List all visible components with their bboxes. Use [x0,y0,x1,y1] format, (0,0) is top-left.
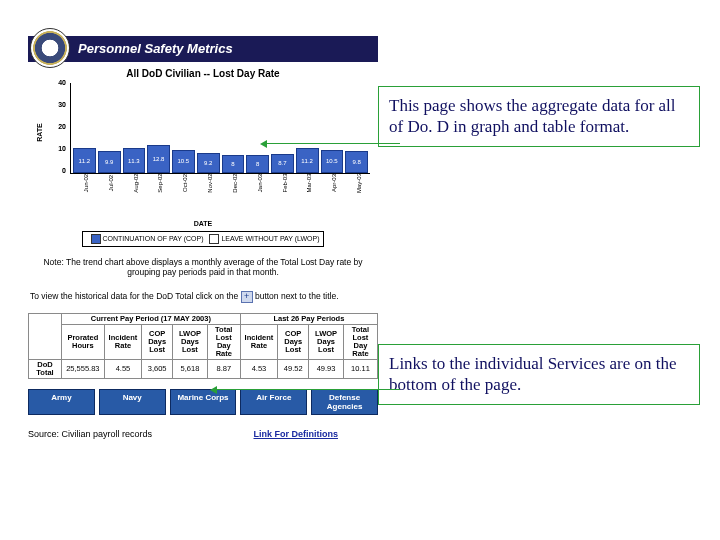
service-link[interactable]: Army [28,389,95,415]
panel-header: Personnel Safety Metrics [28,36,378,62]
legend-swatch-cop [91,234,101,244]
x-axis-ticks: Jun-02Jul-02Aug-02Sep-02Oct-02Nov-02Dec-… [70,175,370,181]
bar: 10.5 [321,150,344,173]
bar: 8.7 [271,154,294,173]
bar: 11.2 [296,148,319,173]
service-links-row: ArmyNavyMarine CorpsAir ForceDefense Age… [28,389,378,415]
chart-plot-area: 11.29.911.312.810.59.2888.711.210.59.8 [70,83,370,174]
report-panel: Personnel Safety Metrics All DoD Civilia… [28,36,378,439]
arrow-icon [216,389,400,390]
definitions-link[interactable]: Link For Definitions [254,429,339,439]
bar-chart: RATE 010203040 11.29.911.312.810.59.2888… [38,83,374,198]
bar: 8 [222,155,245,173]
plus-icon[interactable]: + [241,291,253,303]
source-row: Source: Civilian payroll records Link Fo… [28,429,378,439]
dod-seal-icon [30,28,70,68]
bar: 9.8 [345,151,368,173]
source-text: Source: Civilian payroll records [28,429,152,439]
bar: 9.9 [98,151,121,173]
chart-title: All DoD Civilian -- Lost Day Rate [28,68,378,79]
expand-instruction: To view the historical data for the DoD … [30,291,376,303]
y-axis-ticks: 010203040 [50,83,68,173]
panel-title: Personnel Safety Metrics [78,41,233,56]
table-span-last26: Last 26 Pay Periods [240,314,377,325]
chart-legend: CONTINUATION OF PAY (COP) LEAVE WITHOUT … [82,231,325,247]
service-link[interactable]: Marine Corps [170,389,237,415]
bar: 11.3 [123,148,146,173]
annotation-top: This page shows the aggregate data for a… [378,86,700,147]
bar: 8 [246,155,269,173]
y-axis-label: RATE [36,123,43,142]
service-link[interactable]: Defense Agencies [311,389,378,415]
table-row-label: DoD Total [29,359,62,378]
bar: 11.2 [73,148,96,173]
chart-note: Note: The trend chart above displays a m… [34,257,372,277]
bar: 9.2 [197,153,220,173]
bar: 10.5 [172,150,195,173]
annotation-bottom: Links to the individual Services are on … [378,344,700,405]
service-link[interactable]: Air Force [240,389,307,415]
metrics-table: Current Pay Period (17 MAY 2003) Last 26… [28,313,378,378]
legend-swatch-lwop [209,234,219,244]
table-span-current: Current Pay Period (17 MAY 2003) [62,314,241,325]
bar: 12.8 [147,145,170,173]
x-axis-label: DATE [28,220,378,227]
service-link[interactable]: Navy [99,389,166,415]
arrow-icon [266,143,400,144]
